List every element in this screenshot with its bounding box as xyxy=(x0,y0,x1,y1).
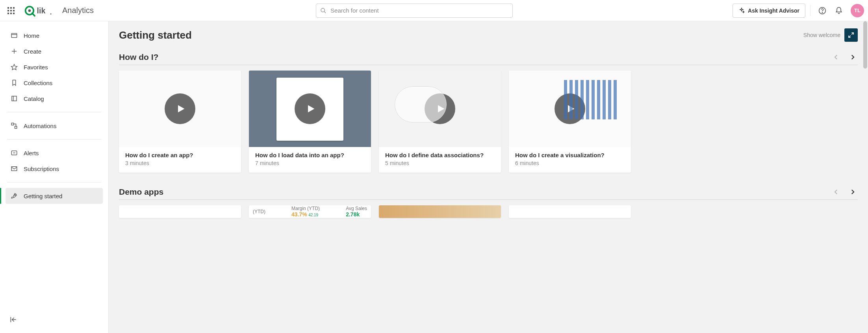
bookmark-icon xyxy=(10,79,18,87)
svg-rect-5 xyxy=(13,10,15,11)
top-right: Ask Insight Advisor TL xyxy=(733,4,864,18)
svg-rect-25 xyxy=(15,127,17,128)
body: Home Create Favorites Collections xyxy=(0,21,868,333)
search-icon xyxy=(320,7,326,14)
sidebar-item-create[interactable]: Create xyxy=(6,43,103,59)
chevron-left-icon xyxy=(833,188,840,195)
play-icon xyxy=(565,103,576,114)
ask-insight-advisor-button[interactable]: Ask Insight Advisor xyxy=(733,4,805,18)
bell-icon xyxy=(835,7,843,15)
sidebar-item-getting-started[interactable]: Getting started xyxy=(6,188,103,204)
svg-rect-2 xyxy=(13,7,15,9)
demo-app-card[interactable] xyxy=(509,205,631,218)
howdoi-card-row: How do I create an app? 3 minutes How do… xyxy=(119,71,858,173)
user-avatar[interactable]: TL xyxy=(851,4,864,17)
sidebar-item-catalog[interactable]: Catalog xyxy=(6,91,103,106)
sidebar-item-label: Favorites xyxy=(24,64,48,71)
section-title: How do I? xyxy=(119,52,158,62)
sidebar-separator xyxy=(7,182,101,182)
svg-rect-4 xyxy=(10,10,12,11)
sidebar-item-favorites[interactable]: Favorites xyxy=(6,59,103,75)
section-title: Demo apps xyxy=(119,187,163,197)
svg-point-10 xyxy=(28,9,31,12)
scrollbar-track[interactable] xyxy=(862,21,868,333)
sidebar-item-label: Alerts xyxy=(24,150,39,156)
svg-point-14 xyxy=(321,8,325,12)
search-input[interactable] xyxy=(330,7,508,14)
svg-rect-24 xyxy=(11,123,13,125)
section-header-demoapps: Demo apps xyxy=(119,187,858,200)
collapse-icon xyxy=(9,316,17,324)
video-card[interactable]: How do I create a visualization? 6 minut… xyxy=(509,71,631,173)
video-thumbnail xyxy=(379,71,501,147)
sparkle-icon xyxy=(738,7,745,14)
video-card[interactable]: How do I create an app? 3 minutes xyxy=(119,71,241,173)
sidebar-item-label: Subscriptions xyxy=(24,166,59,172)
demo-app-card[interactable] xyxy=(379,205,501,218)
collapse-sidebar-button[interactable] xyxy=(0,312,108,329)
svg-point-29 xyxy=(15,195,15,195)
video-thumbnail xyxy=(509,71,631,147)
video-card-duration: 7 minutes xyxy=(255,160,365,166)
demo-app-card[interactable] xyxy=(119,205,241,218)
svg-line-15 xyxy=(324,11,326,13)
sidebar-item-label: Create xyxy=(24,48,41,55)
video-card-title: How do I define data associations? xyxy=(385,152,495,158)
scrollbar-thumb[interactable] xyxy=(863,21,867,69)
sidebar-item-home[interactable]: Home xyxy=(6,28,103,43)
global-search[interactable] xyxy=(316,4,513,18)
play-button[interactable] xyxy=(165,93,195,124)
video-thumbnail xyxy=(119,71,241,147)
expand-welcome-button[interactable] xyxy=(844,28,858,42)
chevron-left-icon xyxy=(833,54,840,61)
svg-rect-0 xyxy=(7,7,9,9)
svg-point-17 xyxy=(822,12,822,12)
video-card[interactable]: How do I define data associations? 5 min… xyxy=(379,71,501,173)
howdoi-prev-button[interactable] xyxy=(831,52,841,62)
play-icon xyxy=(435,103,446,114)
demo-metric-margin: Margin (YTD) 43.7% 42.19 xyxy=(291,206,320,218)
play-button[interactable] xyxy=(295,93,325,124)
sidebar-item-alerts[interactable]: Alerts xyxy=(6,145,103,161)
top-center xyxy=(99,4,729,18)
sidebar-item-collections[interactable]: Collections xyxy=(6,75,103,91)
video-card-title: How do I load data into an app? xyxy=(255,152,365,158)
brand[interactable]: lik Analytics xyxy=(21,5,96,17)
notifications-button[interactable] xyxy=(832,4,846,18)
sidebar-item-label: Automations xyxy=(24,123,56,129)
sidebar-item-subscriptions[interactable]: Subscriptions xyxy=(6,161,103,177)
app-launcher-button[interactable] xyxy=(4,4,18,18)
video-card-title: How do I create an app? xyxy=(125,152,235,158)
svg-rect-3 xyxy=(7,10,9,11)
svg-rect-22 xyxy=(12,96,17,101)
play-icon xyxy=(175,103,186,114)
demo-app-card[interactable]: (YTD) Margin (YTD) 43.7% 42.19 Avg Sales… xyxy=(249,205,371,218)
howdoi-next-button[interactable] xyxy=(848,52,858,62)
play-button[interactable] xyxy=(555,93,585,124)
sidebar-item-label: Collections xyxy=(24,80,52,86)
sidebar-separator xyxy=(7,139,101,140)
help-button[interactable] xyxy=(815,4,829,18)
demo-metric-avg: Avg Sales 2.78k xyxy=(346,206,367,218)
plus-icon xyxy=(10,47,18,55)
sidebar-item-automations[interactable]: Automations xyxy=(6,118,103,134)
svg-point-13 xyxy=(50,13,52,15)
svg-marker-34 xyxy=(178,105,184,113)
demoapps-next-button[interactable] xyxy=(848,187,858,197)
qlik-logo-icon: lik xyxy=(24,5,57,17)
demoapps-prev-button[interactable] xyxy=(831,187,841,197)
video-card-duration: 6 minutes xyxy=(515,160,625,166)
sidebar-item-label: Getting started xyxy=(24,193,62,199)
rocket-icon xyxy=(10,192,18,200)
mail-icon xyxy=(10,165,18,173)
video-card[interactable]: How do I load data into an app? 7 minute… xyxy=(249,71,371,173)
svg-text:lik: lik xyxy=(37,6,46,15)
waffle-icon xyxy=(7,7,15,14)
demoapps-card-row: (YTD) Margin (YTD) 43.7% 42.19 Avg Sales… xyxy=(119,205,858,218)
demo-metric-ytd: (YTD) xyxy=(253,209,265,214)
svg-line-11 xyxy=(32,13,35,16)
svg-rect-1 xyxy=(10,7,12,9)
alert-icon xyxy=(10,149,18,157)
svg-marker-36 xyxy=(438,105,444,113)
play-button[interactable] xyxy=(425,93,455,124)
